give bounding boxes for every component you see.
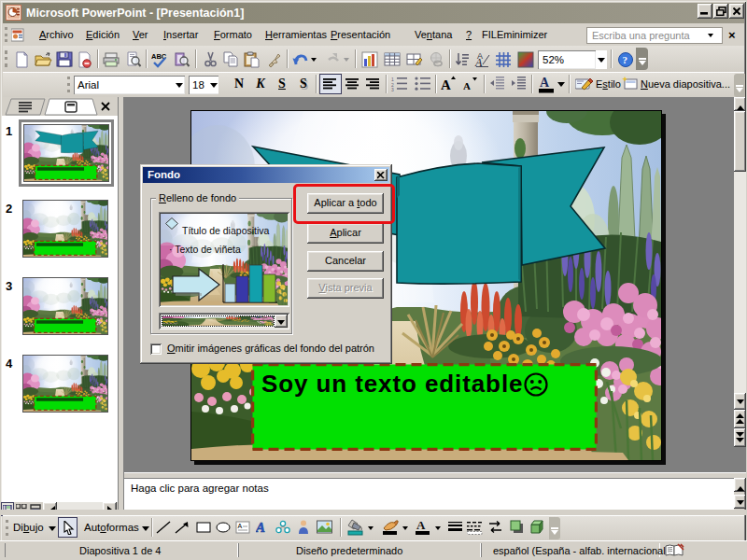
svg-text:A: A bbox=[238, 523, 243, 529]
svg-text:A: A bbox=[540, 76, 550, 90]
svg-text:?: ? bbox=[623, 54, 628, 65]
svg-text:A: A bbox=[416, 518, 426, 532]
svg-text:A: A bbox=[256, 520, 265, 535]
svg-text:3: 3 bbox=[391, 87, 394, 91]
svg-text:A: A bbox=[441, 77, 451, 92]
svg-text:A: A bbox=[463, 80, 471, 91]
